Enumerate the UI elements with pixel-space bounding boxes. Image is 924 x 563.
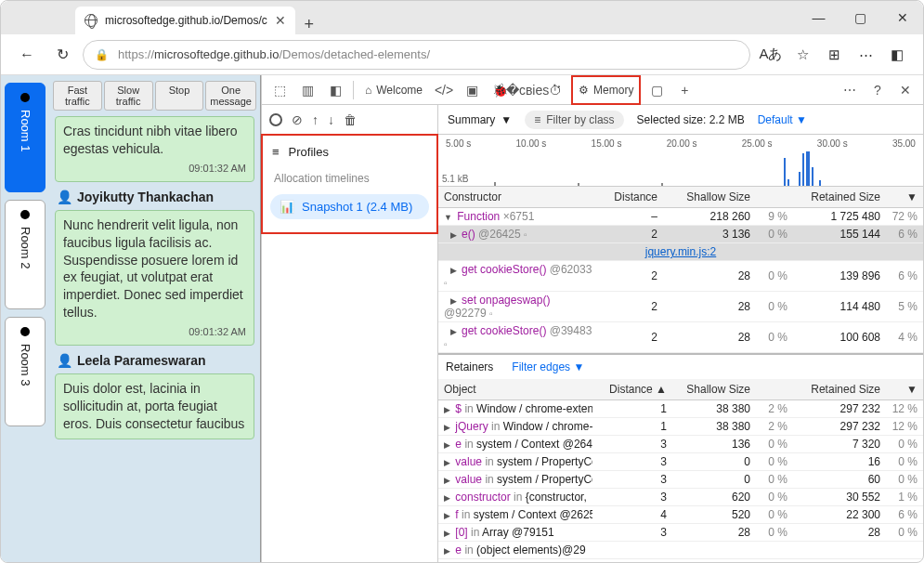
svg-rect-4 (806, 151, 810, 186)
source-link-row[interactable]: jquery.min.js:2 (438, 243, 923, 261)
sliders-icon: ≡ (272, 145, 280, 159)
chevron-down-icon: ▼ (501, 113, 512, 126)
favorite-button[interactable]: ☆ (787, 40, 817, 70)
back-button[interactable]: ← (12, 40, 42, 70)
table-row[interactable]: e in (object elements)@29 (438, 542, 923, 559)
table-row[interactable]: e() @26425 ▫ 2 3 136 0 % 155 144 6 % (438, 226, 923, 243)
stop-button[interactable]: Stop (155, 81, 204, 111)
filter-edges-dropdown[interactable]: Filter edges ▼ (512, 360, 584, 373)
console-icon[interactable]: ▣ (460, 78, 484, 102)
window-controls: ― ▢ ✕ (798, 1, 923, 34)
settings-icon[interactable]: ⋯ (838, 78, 862, 102)
allocation-timeline[interactable]: 5.00 s 10.00 s 15.00 s 20.00 s 25.00 s 3… (438, 135, 923, 187)
class-filter-input[interactable]: ≡Filter by class (525, 111, 623, 129)
allocation-timelines-label: Allocation timelines (263, 168, 436, 189)
maximize-button[interactable]: ▢ (839, 1, 881, 34)
application-icon[interactable]: ▢ (644, 78, 669, 102)
message-list: Cras tincidunt nibh vitae libero egestas… (49, 116, 260, 563)
table-row[interactable]: get cookieStore() @39483 ▫ 2 28 0 % 100 … (438, 322, 923, 353)
dock-icon[interactable]: ◧ (323, 78, 347, 102)
window-titlebar: microsoftedge.github.io/Demos/c ✕ + ― ▢ … (1, 1, 923, 34)
avatar-icon: 👤 (57, 353, 72, 368)
profiles-toolbar: ⊘ ↑ ↓ 🗑 (262, 105, 437, 135)
svg-rect-2 (799, 172, 800, 186)
delete-icon[interactable]: 🗑 (344, 112, 357, 127)
constructors-table: Constructor Distance Shallow Size Retain… (438, 187, 923, 353)
home-icon: ⌂ (365, 84, 371, 97)
summary-dropdown[interactable]: Summary ▼ (448, 113, 512, 126)
fast-traffic-button[interactable]: Fasttraffic (53, 81, 102, 111)
message: Cras tincidunt nibh vitae libero egestas… (55, 116, 254, 182)
svg-rect-8 (578, 183, 579, 186)
table-row[interactable]: jQuery in Window / chrome-ext 1 38 380 2… (438, 418, 923, 436)
tab-title: microsoftedge.github.io/Demos/c (105, 14, 267, 27)
elements-icon[interactable]: </> (432, 78, 456, 102)
table-row[interactable]: $ in Window / chrome-extensic 1 38 380 2… (438, 400, 923, 418)
svg-rect-1 (787, 179, 789, 186)
profiles-highlight: ≡ Profiles Allocation timelines 📊 Snapsh… (261, 134, 438, 234)
slow-traffic-button[interactable]: Slowtraffic (104, 81, 153, 111)
table-row[interactable]: f in system / Context @26257 4 520 0 % 2… (438, 506, 923, 524)
table-row[interactable]: Function ×6751 – 218 260 9 % 1 725 480 7… (438, 208, 923, 226)
network-icon[interactable]: �свies (515, 78, 540, 102)
tab-welcome[interactable]: ⌂Welcome (359, 75, 428, 105)
table-row[interactable]: set onpageswap() @92279 ▫ 2 28 0 % 114 4… (438, 292, 923, 322)
snapshot-item[interactable]: 📊 Snapshot 1 (2.4 MB) (270, 194, 429, 219)
table-row[interactable]: constructor in {constructor, 3 620 0 % 3… (438, 489, 923, 506)
devtools-tabbar: ⬚ ▥ ◧ ⌂Welcome </> ▣ 🐞 �свies ⏱ ⚙Memory … (262, 75, 923, 105)
close-window-button[interactable]: ✕ (881, 1, 923, 34)
browser-tab[interactable]: microsoftedge.github.io/Demos/c ✕ (75, 7, 295, 34)
minimize-button[interactable]: ― (798, 1, 839, 34)
load-down-icon[interactable]: ↓ (328, 112, 334, 127)
profiles-pane: ⊘ ↑ ↓ 🗑 ≡ Profiles Allocation timelines … (262, 105, 438, 563)
url-text: https://microsoftedge.github.io/Demos/de… (118, 47, 430, 61)
refresh-button[interactable]: ↻ (47, 40, 77, 70)
load-up-icon[interactable]: ↑ (312, 112, 319, 127)
extensions-button[interactable]: ⊞ (819, 40, 849, 70)
globe-icon (85, 14, 98, 27)
more-button[interactable]: ⋯ (851, 40, 880, 70)
sort-icon[interactable]: ▼ (880, 190, 917, 203)
avatar-icon: 👤 (57, 190, 72, 204)
inspect-icon[interactable]: ⬚ (267, 78, 292, 102)
url-input[interactable]: 🔒 https://microsoftedge.github.io/Demos/… (83, 40, 750, 70)
svg-rect-5 (812, 167, 813, 186)
close-devtools-button[interactable]: ✕ (893, 78, 917, 102)
table-row[interactable]: value in system / PropertyCel 3 0 0 % 60… (438, 471, 923, 489)
help-icon[interactable]: ? (865, 78, 890, 102)
table-row[interactable]: e in system / Context @26421 3 136 0 % 7… (438, 436, 923, 453)
table-row[interactable]: value in system / PropertyCel 3 0 0 % 16… (438, 453, 923, 471)
tab-memory[interactable]: ⚙Memory (571, 75, 641, 105)
svg-rect-7 (494, 182, 496, 186)
default-dropdown[interactable]: Default ▼ (758, 113, 807, 126)
memory-icon: ⚙ (579, 84, 589, 97)
clear-icon[interactable]: ⊘ (292, 112, 303, 127)
svg-rect-0 (784, 158, 786, 186)
new-tab-button[interactable]: + (295, 15, 323, 34)
performance-icon[interactable]: ⏱ (543, 78, 567, 102)
table-row[interactable]: get cookieStore() @62033 ▫ 2 28 0 % 139 … (438, 261, 923, 292)
svg-rect-9 (661, 183, 663, 186)
room-1[interactable]: Room 1 (5, 83, 46, 192)
more-tabs-button[interactable]: + (672, 78, 696, 102)
filter-icon: ≡ (534, 113, 540, 126)
device-icon[interactable]: ▥ (295, 78, 319, 102)
room-2[interactable]: Room 2 (5, 200, 46, 309)
retainers-label: Retainers (446, 360, 493, 373)
sidebar-button[interactable]: ◧ (882, 40, 912, 70)
record-button[interactable] (269, 113, 282, 126)
svg-rect-6 (819, 180, 821, 186)
table-header: Constructor Distance Shallow Size Retain… (438, 187, 923, 208)
retainers-table: Object Distance ▲ Shallow Size Retained … (438, 379, 923, 559)
lock-icon: 🔒 (95, 48, 109, 61)
memory-panel: Summary ▼ ≡Filter by class Selected size… (438, 105, 923, 563)
demo-app: Room 1 Room 2 Room 3 Fasttraffic Slowtra… (1, 75, 261, 563)
room-list: Room 1 Room 2 Room 3 (1, 75, 49, 563)
table-row[interactable]: [0] in Array @79151 3 28 0 % 28 0 % (438, 524, 923, 542)
close-icon[interactable]: ✕ (275, 13, 286, 28)
one-message-button[interactable]: Onemessage (205, 81, 256, 111)
address-bar: ← ↻ 🔒 https://microsoftedge.github.io/De… (1, 34, 923, 75)
read-aloud-button[interactable]: Aあ (756, 40, 786, 70)
room-3[interactable]: Room 3 (5, 317, 46, 426)
devtools: ⬚ ▥ ◧ ⌂Welcome </> ▣ 🐞 �свies ⏱ ⚙Memory … (261, 75, 923, 563)
